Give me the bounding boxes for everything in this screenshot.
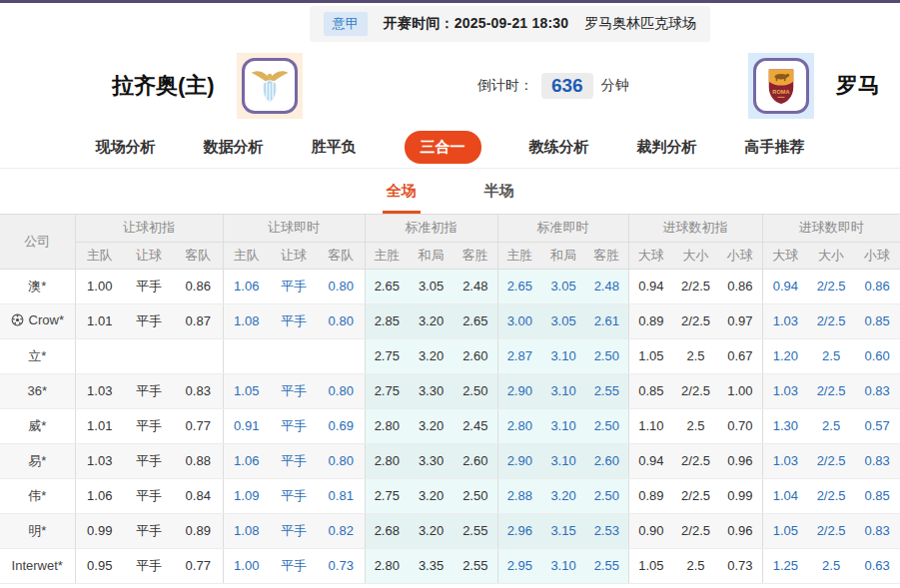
kickoff-value: 2025-09-21 18:30 [454,15,569,31]
odds-cell: 0.57 [854,408,900,443]
odds-cell: 1.03 [762,443,808,478]
odds-cell: 0.80 [318,303,365,338]
company-cell: 伟* [0,478,75,513]
odds-cell: 1.25 [762,548,808,583]
table-row[interactable]: Interwet*0.95平手0.771.00平手0.732.803.352.5… [0,548,900,583]
odds-cell: 2/2.5 [808,303,854,338]
odds-cell: 0.86 [854,269,900,303]
odds-group-header: 进球数即时 [762,215,900,242]
odds-cell: 0.85 [854,478,900,513]
nav-tab-1[interactable]: 现场分析 [96,138,156,157]
odds-group-header: 进球数初指 [628,215,762,242]
odds-cell: 平手 [270,443,318,478]
home-team: 拉齐奥(主) [112,53,303,119]
odds-cell: 2.5 [673,548,718,583]
company-name: Interwet* [12,558,63,573]
company-cell: Crow* [0,303,75,338]
odds-cell: 0.94 [628,443,673,478]
odds-cell: 平手 [124,408,174,443]
odds-subheader: 大小 [808,242,854,269]
odds-cell: 2.65 [453,303,497,338]
odds-cell: 3.20 [541,478,585,513]
table-row[interactable]: 36*1.03平手0.831.05平手0.802.753.302.502.903… [0,373,900,408]
odds-cell: 2.75 [365,373,409,408]
odds-cell: 1.03 [75,443,124,478]
odds-cell: 2.87 [497,338,541,373]
odds-cell: 1.00 [223,548,270,583]
odds-cell: 3.20 [409,478,453,513]
table-row[interactable]: 立*2.753.202.602.873.102.501.052.50.671.2… [0,338,900,373]
odds-cell: 2.45 [453,408,497,443]
odds-cell: 0.99 [718,478,762,513]
table-row[interactable]: 明*0.99平手0.891.08平手0.822.683.202.552.963.… [0,513,900,548]
home-team-logo [237,53,303,119]
nav-tab-3[interactable]: 胜平负 [312,138,357,157]
svg-text:ROMA: ROMA [772,89,789,95]
odds-cell: 1.08 [223,513,270,548]
odds-cell: 3.35 [409,548,453,583]
company-label: 伟* [28,487,46,505]
odds-cell: 2.60 [453,443,497,478]
odds-cell [124,338,174,373]
odds-cell: 0.89 [628,303,673,338]
odds-cell: 2.96 [497,513,541,548]
odds-cell: 2.50 [585,338,628,373]
odds-group-header: 让球初指 [75,215,223,242]
table-row[interactable]: 易*1.03平手0.881.06平手0.802.803.302.602.903.… [0,443,900,478]
odds-cell: 1.05 [223,373,270,408]
company-cell: 易* [0,443,75,478]
odds-cell: 0.83 [174,373,223,408]
odds-cell: 3.10 [541,443,585,478]
company-label: 威* [28,417,46,435]
odds-cell: 0.91 [223,408,270,443]
odds-cell: 0.82 [318,513,365,548]
odds-cell: 0.73 [718,548,762,583]
odds-cell: 0.60 [854,338,900,373]
table-row[interactable]: 威*1.01平手0.770.91平手0.692.803.202.452.803.… [0,408,900,443]
odds-cell: 2.48 [453,269,497,303]
team-header: 拉齐奥(主) 倒计时： 636 分钟 [0,45,900,127]
odds-subheader: 主队 [75,242,124,269]
odds-subheader: 主胜 [497,242,541,269]
odds-cell: 平手 [124,443,174,478]
odds-cell: 0.83 [854,373,900,408]
odds-cell: 3.10 [541,548,585,583]
nav-tab-6[interactable]: 裁判分析 [637,138,697,157]
odds-cell: 2.60 [453,338,497,373]
company-name: 36* [27,383,47,398]
odds-cell: 2.90 [497,443,541,478]
odds-cell: 3.20 [409,303,453,338]
odds-cell: 0.86 [718,269,762,303]
nav-tab-4[interactable]: 三合一 [405,131,481,164]
subtab-1[interactable]: 全场 [383,182,421,214]
kickoff-time: 开赛时间：2025-09-21 18:30 [384,15,569,33]
odds-cell: 2.60 [585,443,628,478]
nav-tab-7[interactable]: 高手推荐 [745,138,805,157]
company-name: 威* [28,417,46,435]
odds-cell: 2/2.5 [673,443,718,478]
odds-cell: 0.87 [174,303,223,338]
odds-cell: 2.5 [808,338,854,373]
odds-cell: 3.30 [409,373,453,408]
period-subtabs: 全场半场 [0,169,900,215]
odds-cell: 1.10 [628,408,673,443]
odds-cell: 2/2.5 [808,373,854,408]
subtab-2[interactable]: 半场 [480,182,518,214]
odds-cell: 2.65 [497,269,541,303]
odds-cell: 3.05 [541,303,585,338]
table-row[interactable]: 伟*1.06平手0.841.09平手0.812.753.202.502.883.… [0,478,900,513]
table-row[interactable]: 澳*1.00平手0.861.06平手0.802.653.052.482.653.… [0,269,900,303]
analysis-nav: 现场分析数据分析胜平负三合一教练分析裁判分析高手推荐 [0,127,900,169]
company-cell: 明* [0,513,75,548]
table-row[interactable]: Crow*1.01平手0.871.08平手0.802.853.202.653.0… [0,303,900,338]
company-label: 36* [27,383,47,398]
odds-subheader: 小球 [854,242,900,269]
odds-cell: 0.94 [762,269,808,303]
odds-subheader: 让球 [270,242,318,269]
nav-tab-5[interactable]: 教练分析 [529,138,589,157]
nav-tab-2[interactable]: 数据分析 [204,138,264,157]
odds-cell: 0.89 [174,513,223,548]
odds-cell: 2.5 [808,548,854,583]
odds-cell: 0.70 [718,408,762,443]
company-label: Crow* [11,312,64,327]
